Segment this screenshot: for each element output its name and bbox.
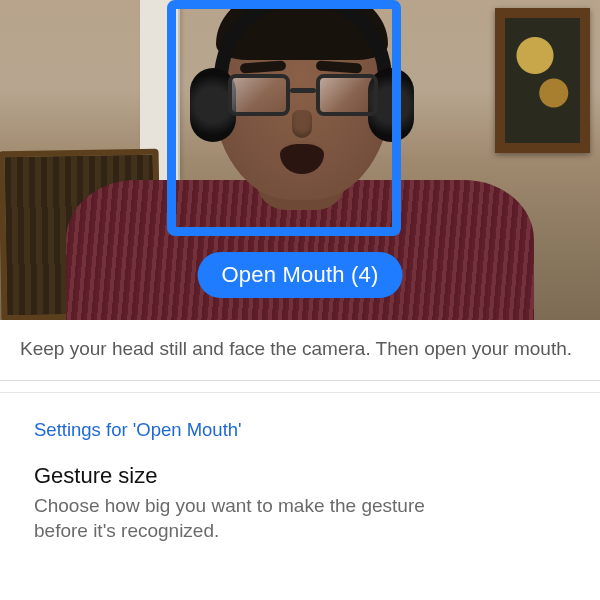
gesture-status-pill: Open Mouth (4)	[198, 252, 403, 298]
person-nose	[292, 110, 312, 138]
glasses-lens-left	[228, 74, 290, 116]
instruction-text: Keep your head still and face the camera…	[0, 320, 600, 381]
glasses-lens-right	[316, 74, 378, 116]
glasses-bridge	[290, 88, 316, 93]
section-divider	[0, 381, 600, 393]
camera-preview: Open Mouth (4)	[0, 0, 600, 320]
settings-section: Settings for 'Open Mouth' Gesture size C…	[0, 393, 600, 544]
setting-label: Gesture size	[34, 463, 566, 489]
settings-header: Settings for 'Open Mouth'	[34, 419, 566, 441]
setting-row-gesture-size[interactable]: Gesture size Choose how big you want to …	[34, 463, 566, 544]
setting-description: Choose how big you want to make the gest…	[34, 493, 454, 544]
